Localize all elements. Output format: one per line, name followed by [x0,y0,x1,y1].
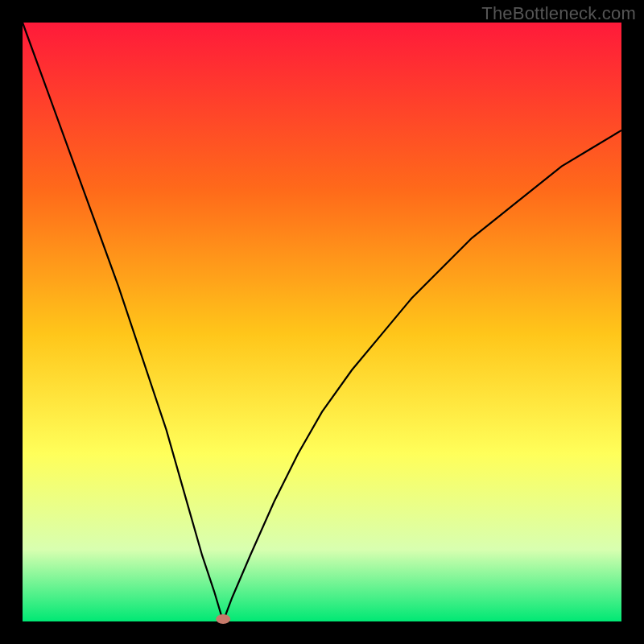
bottleneck-chart [0,0,644,644]
watermark-text: TheBottleneck.com [481,3,636,24]
optimal-point-marker [216,614,230,624]
chart-container: TheBottleneck.com [0,0,644,644]
plot-background [23,23,621,621]
